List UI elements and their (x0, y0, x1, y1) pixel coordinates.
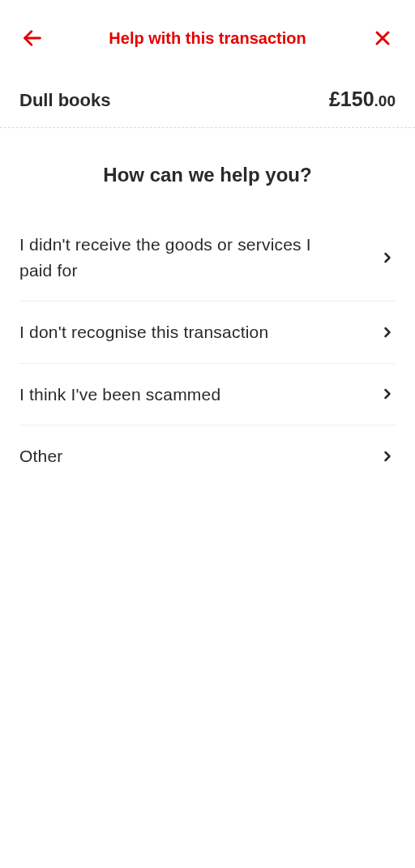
close-button[interactable] (370, 25, 396, 51)
option-label: I think I've been scammed (19, 382, 220, 408)
back-arrow-icon (21, 27, 44, 49)
chevron-right-icon (379, 324, 396, 340)
help-options-list: I didn't receive the goods or services I… (0, 214, 415, 487)
help-heading: How can we help you? (0, 128, 415, 214)
option-label: I don't recognise this transaction (19, 319, 268, 345)
chevron-right-icon (379, 386, 396, 402)
header: Help with this transaction (0, 0, 415, 73)
close-icon (373, 28, 392, 48)
option-label: I didn't receive the goods or services I… (19, 232, 327, 283)
option-not-received[interactable]: I didn't receive the goods or services I… (19, 214, 396, 301)
option-other[interactable]: Other (19, 425, 396, 487)
option-label: Other (19, 443, 63, 469)
back-button[interactable] (19, 25, 45, 51)
chevron-right-icon (379, 250, 396, 266)
transaction-amount: £150.00 (329, 88, 396, 111)
option-scammed[interactable]: I think I've been scammed (19, 364, 396, 426)
amount-whole: £150 (329, 88, 374, 110)
transaction-summary: Dull books £150.00 (0, 73, 415, 128)
amount-decimal: .00 (374, 92, 396, 109)
page-title: Help with this transaction (45, 29, 370, 48)
option-dont-recognise[interactable]: I don't recognise this transaction (19, 301, 396, 364)
chevron-right-icon (379, 448, 396, 464)
merchant-name: Dull books (19, 90, 110, 111)
